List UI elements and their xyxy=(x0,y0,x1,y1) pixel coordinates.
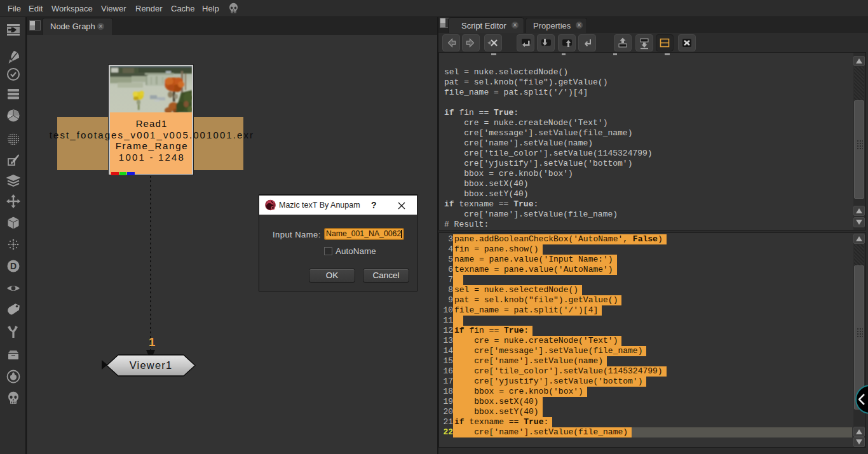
svg-text:D: D xyxy=(10,261,17,271)
svg-text:Viewer1: Viewer1 xyxy=(130,359,173,371)
